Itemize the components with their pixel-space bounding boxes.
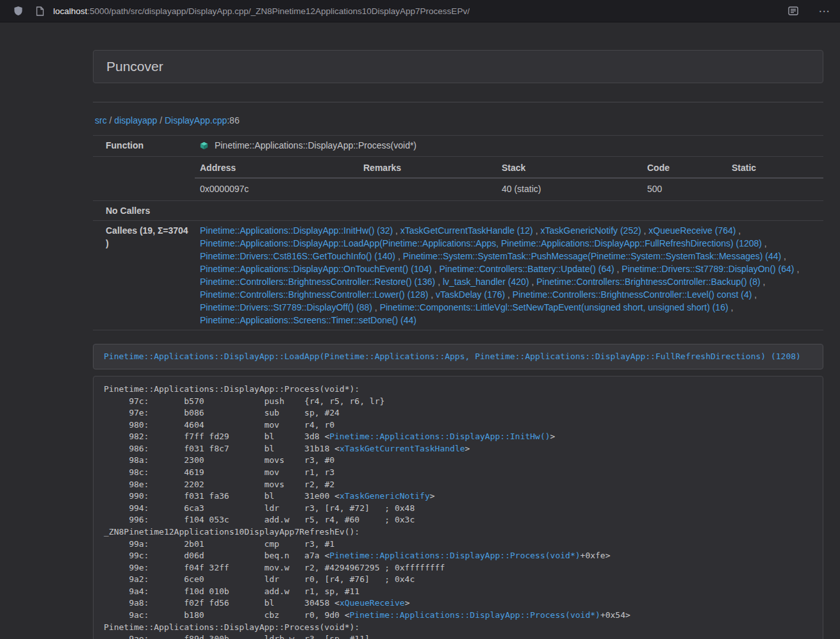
stats-value-remarks xyxy=(358,178,497,200)
callees-row: Callees (19, Σ=3704 ) Pinetime::Applicat… xyxy=(93,221,823,330)
stats-value-address: 0x0000097c xyxy=(195,178,358,200)
callee-link[interactable]: Pinetime::System::SystemTask::PushMessag… xyxy=(403,251,782,261)
callee-link[interactable]: vTaskDelay (176) xyxy=(436,289,505,300)
callee-separator: , xyxy=(529,277,537,287)
breadcrumb-separator: / xyxy=(157,115,165,125)
callee-separator: , xyxy=(752,289,757,300)
url-text: localhost:5000/path/src/displayapp/Displ… xyxy=(53,6,470,16)
url-path: :5000/path/src/displayapp/DisplayApp.cpp… xyxy=(87,6,470,16)
callee-link[interactable]: xTaskGetCurrentTaskHandle (12) xyxy=(400,225,533,236)
callee-separator: , xyxy=(795,264,800,274)
no-callers-row: No Callers xyxy=(93,201,823,221)
callee-link[interactable]: Pinetime::Applications::DisplayApp::Init… xyxy=(200,225,393,236)
callee-separator: , xyxy=(395,251,403,261)
page-info-icon[interactable] xyxy=(32,3,47,19)
highlighted-symbol-panel: Pinetime::Applications::DisplayApp::Load… xyxy=(93,344,823,369)
stats-col-static: Static xyxy=(727,157,823,178)
callee-link[interactable]: Pinetime::Drivers::St7789::DisplayOff() … xyxy=(200,302,372,312)
stats-value-static xyxy=(727,178,823,200)
callee-separator: , xyxy=(736,225,741,236)
callee-link[interactable]: xTaskGenericNotify (252) xyxy=(540,225,641,236)
disassembly-symbol-link[interactable]: xQueueReceive xyxy=(340,598,405,608)
callee-separator: , xyxy=(533,225,541,236)
callee-separator: , xyxy=(729,302,734,312)
browser-toolbar: localhost:5000/path/src/displayapp/Displ… xyxy=(0,0,840,22)
breadcrumb-link[interactable]: displayapp xyxy=(114,115,157,125)
callee-separator: , xyxy=(762,238,767,248)
callee-link[interactable]: Pinetime::Applications::DisplayApp::OnTo… xyxy=(200,264,432,274)
callee-separator: , xyxy=(372,302,380,312)
callee-link[interactable]: Pinetime::Drivers::Cst816S::GetTouchInfo… xyxy=(200,251,395,261)
app-header-panel: Puncover xyxy=(93,50,823,83)
stats-col-stack: Stack xyxy=(497,157,642,178)
callee-link[interactable]: Pinetime::Drivers::St7789::DisplayOn() (… xyxy=(622,264,794,274)
callees-list: Pinetime::Applications::DisplayApp::Init… xyxy=(195,221,823,330)
reader-view-icon[interactable] xyxy=(786,3,801,19)
no-callers-cell xyxy=(195,201,823,221)
disassembly-symbol-link[interactable]: Pinetime::Applications::DisplayApp::Init… xyxy=(329,432,550,441)
callee-link[interactable]: xQueueReceive (764) xyxy=(648,225,736,236)
function-table: Function Pinetime::Applications::Display… xyxy=(93,135,823,330)
callee-separator: , xyxy=(432,264,440,274)
breadcrumb-link[interactable]: DisplayApp.cpp xyxy=(165,115,227,125)
callee-separator: , xyxy=(505,289,513,300)
url-bar[interactable]: localhost:5000/path/src/displayapp/Displ… xyxy=(32,3,786,19)
callee-separator: , xyxy=(428,289,436,300)
main-content: Puncover src / displayapp / DisplayApp.c… xyxy=(93,50,823,639)
stats-table: AddressRemarksStackCodeStatic 0x0000097c… xyxy=(195,157,823,200)
page: { "browser": { "host": "localhost", "pat… xyxy=(0,0,840,639)
callee-separator: , xyxy=(435,277,443,287)
app-title: Puncover xyxy=(106,59,163,74)
tracking-protection-shield-icon[interactable] xyxy=(10,3,26,19)
disassembly-symbol-link[interactable]: Pinetime::Applications::DisplayApp::Proc… xyxy=(329,551,580,560)
disassembly-code: Pinetime::Applications::DisplayApp::Proc… xyxy=(93,376,823,639)
breadcrumb-separator: / xyxy=(107,115,115,125)
callee-link[interactable]: Pinetime::Components::LittleVgl::SetNewT… xyxy=(380,302,729,312)
callee-link[interactable]: Pinetime::Controllers::BrightnessControl… xyxy=(536,277,760,287)
disassembly-symbol-link[interactable]: xTaskGenericNotify xyxy=(340,491,430,501)
stats-value-row: 0x0000097c40 (static)500 xyxy=(195,178,823,200)
callee-link[interactable]: lv_task_handler (420) xyxy=(443,277,529,287)
callee-link[interactable]: Pinetime::Controllers::Battery::Update()… xyxy=(440,264,614,274)
stats-col-remarks: Remarks xyxy=(358,157,497,178)
more-menu-icon[interactable]: ⋯ xyxy=(816,3,832,19)
stats-col-address: Address xyxy=(195,157,358,178)
breadcrumb: src / displayapp / DisplayApp.cpp:86 xyxy=(95,114,823,127)
callees-label: Callees (19, Σ=3704 ) xyxy=(93,221,195,330)
breadcrumb-line-number: :86 xyxy=(227,115,239,125)
callee-link[interactable]: Pinetime::Applications::DisplayApp::Load… xyxy=(200,238,762,248)
callee-separator: , xyxy=(614,264,622,274)
callee-separator: , xyxy=(641,225,649,236)
function-name: Pinetime::Applications::DisplayApp::Proc… xyxy=(215,140,416,150)
disassembly-symbol-link[interactable]: xTaskGetCurrentTaskHandle xyxy=(340,444,465,453)
no-callers-label: No Callers xyxy=(93,201,195,221)
function-cube-icon xyxy=(200,140,208,153)
callee-link[interactable]: Pinetime::Applications::Screens::Timer::… xyxy=(200,315,416,325)
function-row: Function Pinetime::Applications::Display… xyxy=(93,136,823,157)
callee-separator: , xyxy=(761,277,766,287)
callee-separator: , xyxy=(781,251,786,261)
callee-link[interactable]: Pinetime::Controllers::BrightnessControl… xyxy=(200,277,435,287)
callee-link[interactable]: Pinetime::Controllers::BrightnessControl… xyxy=(513,289,752,300)
stats-col-code: Code xyxy=(642,157,727,178)
disassembly-symbol-link[interactable]: Pinetime::Applications::DisplayApp::Proc… xyxy=(350,610,600,620)
stats-row-label xyxy=(93,157,195,201)
stats-value-code: 500 xyxy=(642,178,727,200)
callee-separator: , xyxy=(393,225,400,236)
function-name-cell: Pinetime::Applications::DisplayApp::Proc… xyxy=(195,136,823,157)
function-row-label: Function xyxy=(93,136,195,157)
highlighted-symbol-link[interactable]: Pinetime::Applications::DisplayApp::Load… xyxy=(104,352,801,361)
url-host: localhost xyxy=(53,6,87,16)
stats-row: AddressRemarksStackCodeStatic 0x0000097c… xyxy=(93,157,823,201)
stats-header-row: AddressRemarksStackCodeStatic xyxy=(195,157,823,178)
breadcrumb-link[interactable]: src xyxy=(95,115,107,125)
divider xyxy=(93,102,823,102)
stats-value-stack: 40 (static) xyxy=(497,178,642,200)
callee-link[interactable]: Pinetime::Controllers::BrightnessControl… xyxy=(200,289,428,300)
